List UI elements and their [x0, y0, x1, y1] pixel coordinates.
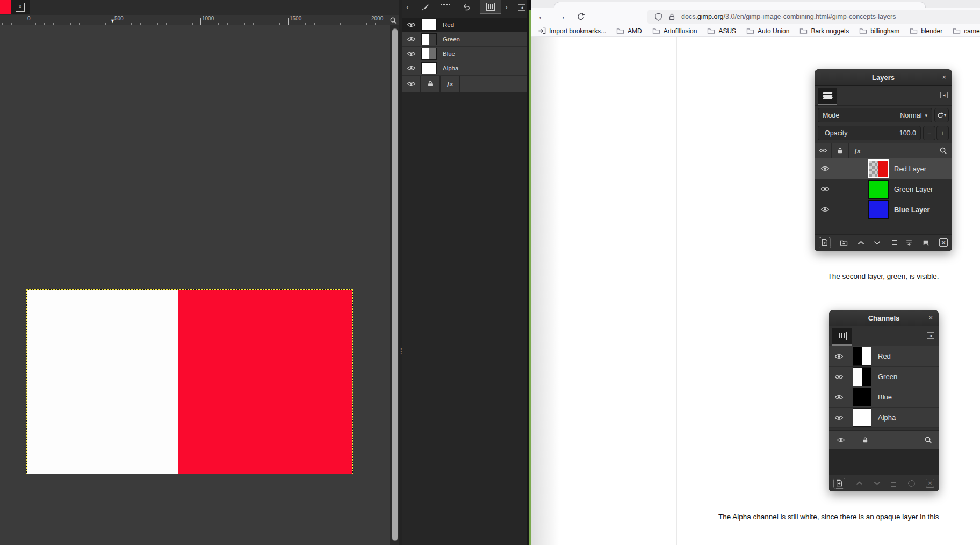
reload-icon — [577, 12, 585, 21]
opacity-increase-button: + — [936, 126, 949, 140]
add-mask-icon — [923, 239, 930, 246]
bookmark-folder[interactable]: billingham — [859, 27, 899, 35]
fx-icon: ƒx — [446, 81, 453, 87]
mode-label: Mode — [823, 112, 839, 119]
close-icon: × — [942, 73, 946, 81]
dock-tab-next-icon[interactable]: › — [505, 2, 508, 12]
delete-layer-icon: × — [939, 238, 948, 247]
bookmark-label: Auto Union — [758, 27, 789, 35]
undo-history-tab-icon[interactable] — [462, 3, 470, 11]
visibility-eye-icon[interactable] — [407, 50, 416, 57]
reload-button[interactable] — [573, 9, 588, 24]
layers-filter-row: ƒx — [815, 143, 952, 158]
selection-tab-icon[interactable] — [441, 4, 450, 11]
bookmark-folder[interactable]: AMD — [616, 27, 642, 35]
eye-icon — [820, 186, 830, 192]
layer-row-blue: Blue Layer — [815, 199, 952, 220]
paintbrush-tab-icon[interactable] — [421, 3, 429, 11]
bookmark-label: Import bookmarks... — [549, 27, 606, 35]
url-text[interactable]: docs.gimp.org/3.0/en/gimp-image-combinin… — [681, 13, 896, 20]
visibility-eye-icon[interactable] — [407, 65, 416, 71]
channel-to-selection-icon — [908, 480, 915, 487]
channels-dialog-image: Channels × ◀ Red — [829, 310, 939, 491]
eye-icon — [820, 165, 830, 172]
channels-dialog-toolbar: × — [829, 475, 939, 491]
zoom-quick-icon[interactable] — [390, 17, 397, 24]
gimp-dock-panel: ‹ › ◀ Red Green — [402, 0, 527, 545]
layers-list: Red Layer Green Layer Blue Layer — [815, 158, 952, 234]
folder-icon — [953, 27, 961, 34]
dialog-title: Channels — [868, 314, 900, 322]
back-button[interactable]: ← — [535, 9, 550, 24]
bookmark-label: ASUS — [718, 27, 736, 35]
canvas-image[interactable] — [26, 289, 353, 474]
bookmark-folder[interactable]: ArtofIllusion — [652, 27, 697, 35]
layer-row-green: Green Layer — [815, 179, 952, 199]
channel-row-blue[interactable]: Blue — [402, 47, 527, 61]
folder-icon — [652, 27, 660, 34]
folder-icon — [746, 27, 754, 34]
visibility-eye-icon[interactable] — [407, 36, 416, 42]
eye-icon — [834, 394, 844, 401]
dialog-title: Layers — [872, 74, 895, 82]
channel-row-red: Red — [829, 346, 939, 367]
ruler-zoom-corner[interactable] — [388, 15, 399, 25]
gimp-image-tab[interactable]: × — [0, 0, 30, 14]
filter-lock-button[interactable] — [421, 76, 441, 92]
close-icon: × — [928, 314, 933, 322]
layers-dialog-tabrow: ◀ — [815, 86, 952, 106]
bookmark-folder[interactable]: ASUS — [707, 27, 736, 35]
gimp-window: × 0 500 1000 1500 2000 ▼ ⋮ — [0, 0, 529, 545]
channel-name: Green — [878, 373, 897, 381]
eye-header-icon — [815, 143, 832, 158]
forward-button[interactable]: → — [554, 9, 569, 24]
new-channel-icon — [833, 478, 845, 489]
channels-empty-area — [829, 450, 939, 475]
bookmark-folder[interactable]: cameras — [953, 27, 980, 35]
scrollbar-thumb[interactable] — [392, 28, 398, 541]
window-shadow — [531, 37, 559, 545]
ruler-major-tick — [370, 18, 370, 25]
tab-close-icon[interactable]: × — [16, 3, 25, 12]
browser-tab-strip — [531, 0, 980, 8]
channel-row-alpha[interactable]: Alpha — [402, 61, 527, 76]
bookmark-folder[interactable]: Auto Union — [746, 27, 789, 35]
bookmarks-bar: Import bookmarks... AMD ArtofIllusion AS… — [531, 26, 980, 37]
filter-eye-button[interactable] — [402, 76, 421, 92]
channels-tab-selected[interactable] — [480, 0, 501, 14]
browser-window: ← → docs.gimp.org/3.0/en/gimp-image-comb… — [531, 0, 980, 545]
ruler-label: 1000 — [202, 16, 214, 21]
padlock-icon[interactable] — [668, 13, 676, 21]
channel-label: Red — [443, 21, 454, 28]
bookmark-folder[interactable]: Bark nuggets — [799, 27, 849, 35]
dock-tab-prev-icon[interactable]: ‹ — [406, 2, 409, 12]
channel-thumbnail — [853, 408, 871, 427]
dock-menu-icon[interactable]: ◀ — [518, 4, 525, 11]
eye-icon — [834, 353, 844, 360]
gimp-canvas[interactable] — [0, 25, 390, 545]
bookmark-import[interactable]: Import bookmarks... — [538, 27, 606, 35]
shield-icon[interactable] — [654, 13, 662, 21]
channel-row-red[interactable]: Red — [402, 18, 527, 32]
channels-dialog-tabrow: ◀ — [829, 326, 939, 346]
canvas-vertical-scrollbar[interactable] — [390, 25, 399, 545]
bookmark-folder[interactable]: blender — [910, 27, 942, 35]
visibility-eye-icon[interactable] — [407, 21, 416, 28]
content-divider-line — [676, 37, 677, 545]
filter-effects-button[interactable]: ƒx — [441, 76, 460, 92]
channels-dialog-titlebar: Channels × — [829, 310, 939, 326]
ruler-major-tick — [288, 18, 289, 25]
lower-layer-icon — [874, 241, 881, 245]
layer-name: Green Layer — [894, 185, 933, 193]
layer-row-red: Red Layer — [815, 158, 952, 179]
horizontal-ruler[interactable]: 0 500 1000 1500 2000 ▼ — [0, 15, 390, 25]
delete-channel-icon: × — [926, 479, 934, 488]
mode-dropdown: Mode Normal ▾ — [818, 108, 932, 122]
channel-row-green[interactable]: Green — [402, 32, 527, 47]
channels-list: Red Green Blue Alpha — [829, 346, 939, 428]
bookmark-label: billingham — [870, 27, 899, 35]
duplicate-layer-icon — [890, 240, 896, 246]
image-tab-thumbnail — [0, 0, 11, 14]
ruler-label: 2000 — [371, 16, 383, 21]
url-bar[interactable]: docs.gimp.org/3.0/en/gimp-image-combinin… — [647, 10, 980, 24]
